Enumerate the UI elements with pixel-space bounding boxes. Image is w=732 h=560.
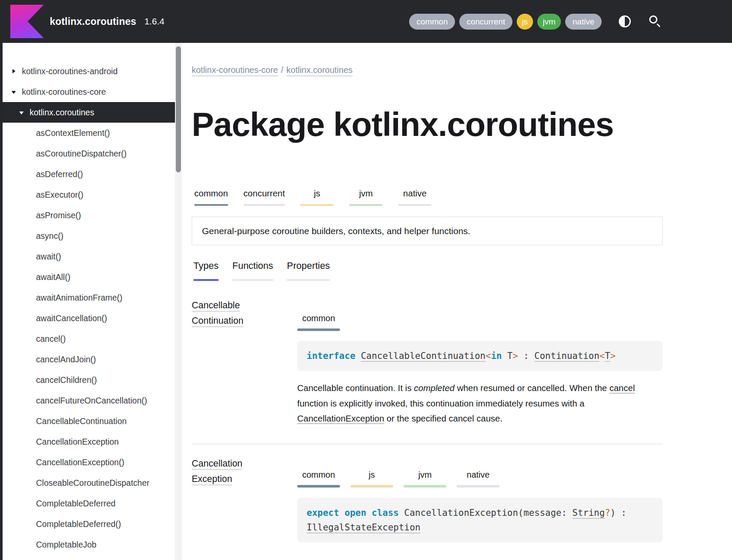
code-link[interactable]: CancellableContinuation [361, 351, 485, 361]
type-section: CancellationExceptioncommonjsjvmnativeex… [192, 456, 732, 542]
code-token: T [502, 351, 512, 361]
bucket-tab-jvm[interactable]: jvm [404, 470, 446, 488]
type-name-line: Cancellation [192, 456, 242, 471]
sidebar-edge-strip [0, 43, 3, 560]
sidebar-item-label: cancelFutureOnCancellation() [36, 396, 147, 406]
filter-chip-concurrent[interactable]: concurrent [459, 14, 512, 30]
platform-tab-common[interactable]: common [192, 186, 231, 206]
filter-chip-js[interactable]: js [517, 14, 533, 30]
bucket-tab-underline [297, 485, 340, 488]
bucket-tab-js[interactable]: js [350, 470, 393, 488]
sidebar-item-kotlinx-coroutines-core[interactable]: kotlinx-coroutines-core [0, 81, 182, 102]
sidebar-item-await-[interactable]: await() [0, 246, 182, 267]
filter-chip-native[interactable]: native [565, 14, 602, 30]
code-token: expect open class [307, 508, 404, 518]
bucket-tab-native[interactable]: native [457, 470, 500, 488]
paragraph-link[interactable]: cancel [609, 383, 635, 393]
sidebar-item-awaitanimationframe-[interactable]: awaitAnimationFrame() [0, 287, 182, 308]
chevron-down-icon [19, 110, 24, 115]
breadcrumb-link-1[interactable]: kotlinx.coroutines [286, 65, 353, 75]
sidebar-item-cancellationexception[interactable]: CancellationException [0, 431, 182, 452]
sidebar-item-kotlinx-coroutines[interactable]: kotlinx.coroutines [0, 102, 182, 123]
paragraph-text: when resumed or cancelled. When the [455, 383, 609, 393]
sidebar-item-completablejob[interactable]: CompletableJob [0, 534, 182, 555]
platform-tab-concurrent[interactable]: concurrent [241, 186, 288, 206]
type-name-link-cancellationexception[interactable]: CancellationException [192, 456, 242, 487]
bucket-tab-common[interactable]: common [297, 470, 340, 488]
bucket-tab-underline [350, 485, 393, 488]
search-icon[interactable] [649, 15, 662, 28]
sidebar-item-cancellablecontinuation[interactable]: CancellableContinuation [0, 411, 182, 431]
platform-tab-native[interactable]: native [395, 186, 434, 206]
page-title: Package kotlinx.coroutines [192, 104, 732, 145]
code-link[interactable]: IllegalStateException [307, 522, 421, 533]
sidebar-item-ascoroutinedispatcher-[interactable]: asCoroutineDispatcher() [0, 143, 182, 164]
section-tab-label: Functions [232, 260, 273, 272]
sections-container: CancellableContinuationcommoninterface C… [192, 298, 732, 542]
chevron-down-icon [12, 90, 16, 94]
paragraph-link[interactable]: CancellationException [297, 413, 384, 423]
sidebar-item-cancelchildren-[interactable]: cancelChildren() [0, 370, 182, 390]
sidebar-item-kotlinx-coroutines-android[interactable]: kotlinx-coroutines-android [0, 61, 182, 81]
tab-properties[interactable]: Properties [285, 259, 331, 281]
sidebar-item-label: CompletableDeferred() [36, 519, 121, 529]
section-tab-underline [287, 279, 330, 281]
code-link[interactable]: String [572, 508, 605, 518]
paragraph-text: or the specified cancel cause. [384, 413, 503, 423]
sidebar-item-label: cancelAndJoin() [36, 355, 96, 364]
bucket-tab-label: native [457, 470, 500, 480]
platform-tab-label: jvm [349, 188, 383, 199]
bucket-tab-underline [457, 485, 500, 488]
code-token: : [518, 351, 534, 361]
emphasized-text: completed [414, 383, 455, 393]
platform-tab-jvm[interactable]: jvm [346, 186, 385, 206]
sidebar-item-asexecutor-[interactable]: asExecutor() [0, 184, 182, 205]
bucket-tab-underline [297, 328, 340, 331]
platform-tab-underline [300, 204, 334, 206]
section-divider [192, 444, 663, 444]
code-link[interactable]: Continuation [534, 351, 599, 361]
code-link[interactable]: T [605, 351, 610, 361]
tab-functions[interactable]: Functions [231, 259, 275, 281]
code-token: (message: [518, 508, 572, 518]
breadcrumb-separator: / [281, 65, 283, 75]
sidebar-item-awaitcancellation-[interactable]: awaitCancellation() [0, 308, 182, 328]
platform-tab-label: js [300, 188, 334, 199]
code-token: interface [307, 351, 361, 361]
filter-chip-jvm[interactable]: jvm [537, 14, 561, 30]
sidebar-item-label: kotlinx.coroutines [30, 108, 94, 117]
sidebar-item-cancel-[interactable]: cancel() [0, 328, 182, 349]
bucket-tabs: commonjsjvmnative [297, 470, 732, 488]
sidebar-item-cancelfutureoncancellation-[interactable]: cancelFutureOnCancellation() [0, 390, 182, 411]
theme-toggle-icon[interactable] [619, 15, 631, 27]
sidebar-item-label: CancellationException [36, 437, 119, 447]
sidebar-item-aspromise-[interactable]: asPromise() [0, 205, 182, 226]
package-description: General-purpose coroutine builders, cont… [192, 217, 663, 245]
sidebar-item-async-[interactable]: async() [0, 226, 182, 246]
sidebar-item-completabledeferred[interactable]: CompletableDeferred [0, 493, 182, 514]
platform-tab-underline [349, 204, 383, 206]
sidebar-item-cancellationexception-[interactable]: CancellationException() [0, 452, 182, 473]
platform-tab-js[interactable]: js [298, 186, 336, 206]
type-name-link-cancellablecontinuation[interactable]: CancellableContinuation [192, 298, 244, 328]
main-content: kotlinx-coroutines-core/kotlinx.coroutin… [182, 43, 732, 560]
tab-types[interactable]: Types [192, 259, 220, 281]
sidebar-item-cancelandjoin-[interactable]: cancelAndJoin() [0, 349, 182, 370]
sidebar-item-closeablecoroutinedispatcher[interactable]: CloseableCoroutineDispatcher [0, 473, 182, 493]
platform-tab-underline [398, 204, 431, 206]
sidebar-scrollbar-thumb[interactable] [176, 46, 181, 172]
sidebar-item-completabledeferred-[interactable]: CompletableDeferred() [0, 514, 182, 534]
breadcrumb-link-0[interactable]: kotlinx-coroutines-core [192, 65, 278, 75]
bucket-tab-common[interactable]: common [297, 313, 340, 331]
sidebar-item-label: async() [36, 231, 63, 241]
sidebar-item-awaitall-[interactable]: awaitAll() [0, 267, 182, 287]
code-block: interface CancellableContinuation<in T> … [297, 341, 663, 371]
code-token: > [610, 351, 616, 361]
sidebar-tree: kotlinx-coroutines-androidkotlinx-corout… [0, 43, 182, 555]
sidebar-item-asdeferred-[interactable]: asDeferred() [0, 164, 182, 184]
filter-chip-common[interactable]: common [409, 14, 455, 30]
type-name-line: Exception [192, 471, 242, 487]
sidebar-item-ascontextelement-[interactable]: asContextElement() [0, 123, 182, 143]
search-handle [657, 23, 660, 27]
bucket-tab-label: jvm [404, 470, 446, 480]
